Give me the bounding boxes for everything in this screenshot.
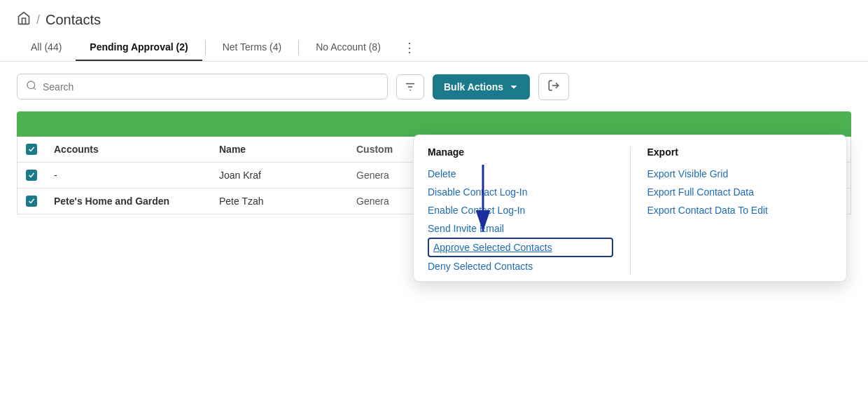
export-icon (547, 79, 560, 94)
svg-point-0 (27, 81, 35, 89)
manage-column: Manage Delete Disable Contact Log-In Ena… (414, 146, 627, 275)
tab-pending-approval[interactable]: Pending Approval (2) (76, 34, 202, 61)
toolbar: Bulk Actions (0, 62, 868, 111)
breadcrumb-separator: / (36, 13, 40, 27)
tabs-container: All (44) Pending Approval (2) Net Terms … (0, 34, 868, 62)
header-checkbox[interactable] (26, 144, 37, 155)
page-title: Contacts (46, 12, 101, 28)
selected-bar (17, 111, 851, 137)
col-header-name: Name (219, 144, 345, 155)
svg-line-1 (34, 88, 36, 90)
dropdown-item-disable-login[interactable]: Disable Contact Log-In (428, 183, 613, 201)
dropdown-item-export-edit[interactable]: Export Contact Data To Edit (648, 201, 833, 219)
row-checkbox-1[interactable] (26, 170, 37, 181)
export-column: Export Export Visible Grid Export Full C… (634, 146, 847, 275)
export-header: Export (648, 146, 833, 158)
dropdown-item-export-full[interactable]: Export Full Contact Data (648, 183, 833, 201)
row-name-1: Joan Kraf (219, 170, 345, 181)
dropdown-item-send-invite[interactable]: Send Invite Email (428, 219, 613, 238)
tab-all[interactable]: All (44) (17, 34, 76, 61)
search-input[interactable] (43, 81, 379, 93)
breadcrumb: / Contacts (0, 0, 868, 34)
filter-button[interactable] (396, 74, 424, 100)
search-container (17, 74, 388, 100)
arrow-indicator (465, 161, 500, 247)
dropdown-item-enable-login[interactable]: Enable Contact Log-In (428, 201, 613, 219)
tab-net-terms[interactable]: Net Terms (4) (209, 34, 296, 61)
tab-no-account[interactable]: No Account (8) (302, 34, 395, 61)
manage-header: Manage (428, 146, 613, 158)
dropdown-column-divider (630, 146, 631, 275)
dropdown-item-delete[interactable]: Delete (428, 165, 613, 183)
bulk-actions-label: Bulk Actions (444, 81, 503, 93)
row-account-1: - (54, 170, 208, 181)
row-account-2: Pete's Home and Garden (54, 196, 208, 207)
row-name-2: Pete Tzah (219, 196, 345, 207)
more-tabs-button[interactable]: ⋮ (395, 34, 424, 61)
dropdown-item-approve[interactable]: Approve Selected Contacts (428, 238, 613, 257)
tab-divider-2 (298, 41, 299, 55)
search-icon (26, 80, 37, 93)
bulk-actions-button[interactable]: Bulk Actions (433, 74, 530, 100)
row-checkbox-2[interactable] (26, 196, 37, 207)
tab-divider (205, 41, 206, 55)
col-header-accounts: Accounts (54, 144, 208, 155)
dropdown-item-deny[interactable]: Deny Selected Contacts (428, 257, 613, 275)
export-button[interactable] (538, 73, 569, 100)
home-icon[interactable] (17, 11, 31, 29)
dropdown-item-export-visible[interactable]: Export Visible Grid (648, 165, 833, 183)
